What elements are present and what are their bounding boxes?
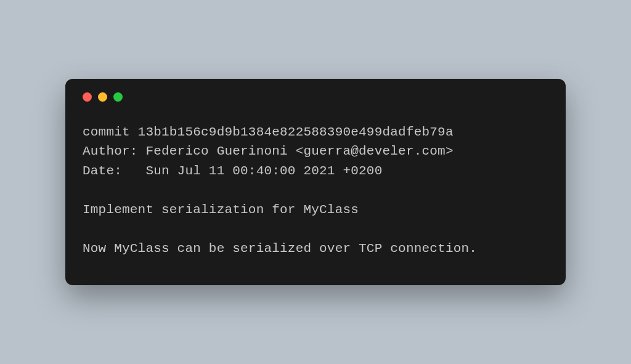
- minimize-icon[interactable]: [98, 92, 107, 102]
- window-controls: [83, 92, 548, 102]
- zoom-icon[interactable]: [113, 92, 123, 102]
- terminal-window: commit 13b1b156c9d9b1384e822588390e499da…: [65, 79, 566, 286]
- output-line: Implement serialization for MyClass: [83, 203, 359, 217]
- output-line: Now MyClass can be serialized over TCP c…: [83, 241, 477, 256]
- close-icon[interactable]: [83, 92, 92, 102]
- output-line: commit 13b1b156c9d9b1384e822588390e499da…: [83, 125, 454, 139]
- terminal-output: commit 13b1b156c9d9b1384e822588390e499da…: [83, 123, 548, 259]
- output-line: Date: Sun Jul 11 00:40:00 2021 +0200: [83, 164, 382, 178]
- output-line: Author: Federico Guerinoni <guerra@devel…: [83, 144, 454, 158]
